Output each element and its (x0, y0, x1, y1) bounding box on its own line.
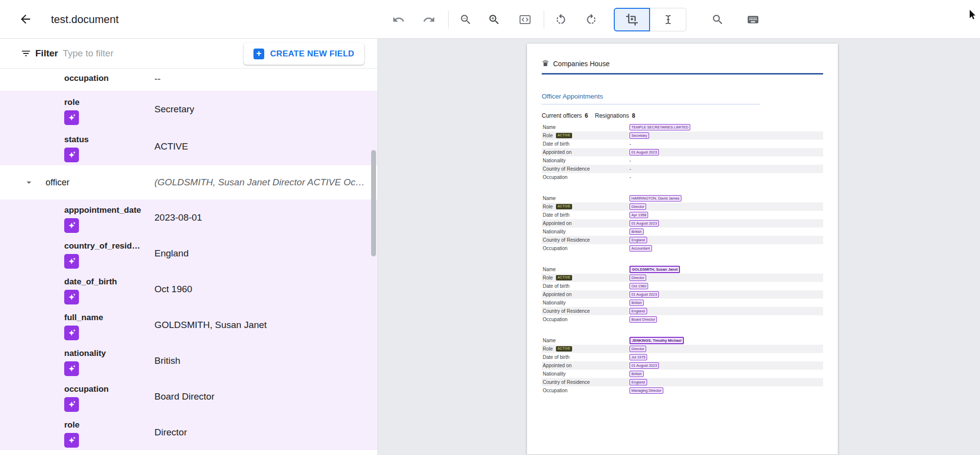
entity-annotation[interactable]: Secretary (629, 132, 649, 139)
field-row[interactable]: date_of_birthOct 1960 (0, 271, 378, 307)
entity-annotation[interactable]: Director (629, 346, 646, 352)
doc-row-label: Name (542, 267, 629, 272)
doc-row: RoleACTIVEDirector (542, 202, 823, 211)
field-value: Board Director (154, 391, 215, 402)
chevron-down-icon[interactable] (24, 177, 34, 188)
select-region-tool[interactable] (614, 8, 650, 31)
doc-row: NameJENKINGS, Timothy Michael (542, 336, 823, 345)
field-row[interactable]: roleDirector (0, 414, 378, 450)
auto-extract-sparkle-icon (64, 326, 79, 340)
entity-annotation[interactable]: Director (629, 275, 646, 281)
officer-record: NameTEMPLE SECRETARIES LIMITEDRoleACTIVE… (542, 123, 823, 181)
select-text-tool[interactable] (650, 8, 686, 31)
doc-row-value: England (629, 308, 823, 314)
entity-annotation[interactable]: JENKINGS, Timothy Michael (629, 337, 684, 344)
doc-row-label: Appointed on (542, 150, 629, 155)
field-label: full_name (64, 313, 103, 323)
field-row[interactable]: country_of_resid…England (0, 235, 378, 271)
field-row[interactable]: status ACTIVE (0, 128, 378, 165)
entity-annotation[interactable]: HARRINGTON, David James (629, 195, 681, 202)
entity-annotation[interactable]: British (629, 371, 644, 377)
doc-row-label-text: Appointed on (543, 150, 572, 155)
officer-record: NameGOLDSMITH, Susan JanetRoleACTIVEDire… (542, 265, 823, 324)
document-title: test.document (51, 13, 119, 26)
doc-row: OccupationAccountant (542, 244, 823, 253)
zoom-in-button[interactable] (484, 10, 504, 29)
doc-row-label-text: Occupation (543, 388, 568, 393)
entity-annotation[interactable]: 01 August 2023 (629, 362, 659, 369)
undo-button[interactable] (389, 10, 408, 29)
doc-row: NationalityBritish (542, 299, 823, 307)
doc-row-value: British (629, 300, 823, 306)
field-row[interactable]: occupationBoard Director (0, 379, 378, 414)
doc-row: OccupationManaging Director (542, 386, 823, 395)
field-value: ACTIVE (154, 141, 188, 152)
field-row[interactable]: apppointment_date2023-08-01 (0, 200, 378, 235)
entity-annotation[interactable]: England (629, 237, 647, 243)
entity-annotation[interactable]: England (629, 379, 647, 385)
rotate-right-button[interactable] (581, 10, 601, 29)
back-button[interactable] (19, 12, 33, 27)
entity-annotation[interactable]: Director (629, 203, 646, 210)
doc-row-label: Country of Residence (542, 237, 629, 243)
doc-row: Country of Residence- (542, 165, 823, 173)
entity-annotation[interactable]: Accountant (629, 245, 652, 252)
entity-annotation[interactable]: Apr 1958 (629, 212, 648, 218)
entity-annotation[interactable]: GOLDSMITH, Susan Janet (629, 266, 680, 273)
create-new-field-button[interactable]: + CREATE NEW FIELD (244, 43, 364, 65)
redo-icon (423, 13, 435, 26)
redo-button[interactable] (419, 10, 439, 29)
field-row[interactable]: role Secretary (0, 91, 378, 128)
entity-annotation[interactable]: Board Director (629, 316, 657, 323)
field-row[interactable]: occupation -- (0, 69, 378, 91)
field-row[interactable]: nationalityBritish (0, 343, 378, 379)
entity-annotation[interactable]: British (629, 300, 644, 306)
doc-row-value: British (629, 228, 823, 235)
doc-row-value: Director (629, 203, 823, 210)
field-label: role (64, 98, 79, 107)
field-row[interactable]: full_nameGOLDSMITH, Susan Janet (0, 307, 378, 343)
doc-row: Occupation- (542, 173, 823, 181)
entity-annotation[interactable]: 01 August 2023 (629, 220, 659, 227)
highlighted-field-group: apppointment_date2023-08-01country_of_re… (0, 200, 378, 450)
text-cursor-icon (662, 13, 675, 26)
doc-row: RoleACTIVEDirector (542, 345, 823, 353)
selection-tool-group (614, 8, 686, 31)
doc-row-label: Country of Residence (542, 166, 629, 172)
field-row-officer[interactable]: officer (GOLDSMITH, Susan Janet Director… (0, 165, 378, 200)
doc-row-value: JENKINGS, Timothy Michael (629, 337, 823, 344)
rotate-left-button[interactable] (551, 10, 571, 29)
doc-row-label-text: Country of Residence (543, 237, 590, 243)
keyboard-shortcuts-button[interactable] (743, 10, 763, 29)
filter-input[interactable] (63, 46, 210, 61)
doc-header-rule (542, 73, 823, 75)
zoom-out-button[interactable] (456, 10, 476, 29)
entity-annotation[interactable]: England (629, 308, 647, 314)
rotate-left-icon (554, 13, 567, 26)
auto-extract-sparkle-icon (64, 397, 79, 412)
doc-row-label: Occupation (542, 388, 629, 393)
field-value: 2023-08-01 (154, 212, 202, 223)
crop-add-icon (626, 13, 638, 26)
doc-row-label: RoleACTIVE (542, 204, 629, 209)
keyboard-icon (747, 13, 759, 26)
entity-annotation[interactable]: Oct 1960 (629, 283, 648, 289)
doc-row-value: Board Director (629, 316, 823, 323)
doc-row-label: Nationality (542, 229, 629, 234)
doc-row-label: Name (542, 338, 629, 343)
entity-annotation[interactable]: TEMPLE SECRETARIES LIMITED (629, 124, 690, 130)
search-button[interactable] (708, 10, 728, 29)
officer-record: NameJENKINGS, Timothy MichaelRoleACTIVED… (542, 336, 823, 395)
entity-annotation[interactable]: Managing Director (629, 387, 663, 394)
field-value: Oct 1960 (154, 284, 192, 295)
zoom-out-icon (459, 13, 472, 26)
entity-annotation[interactable]: 01 August 2023 (629, 291, 659, 298)
panel-scrollbar-thumb[interactable] (371, 150, 376, 256)
entity-annotation[interactable]: British (629, 228, 644, 235)
field-label: officer (46, 177, 70, 188)
entity-annotation[interactable]: Jul 1975 (629, 354, 647, 360)
document-page: ♛ Companies House Officer Appointments C… (527, 44, 838, 455)
doc-row-label-text: Occupation (543, 175, 568, 180)
entity-annotation[interactable]: 01 August 2023 (629, 149, 659, 155)
code-view-button[interactable] (515, 10, 535, 29)
